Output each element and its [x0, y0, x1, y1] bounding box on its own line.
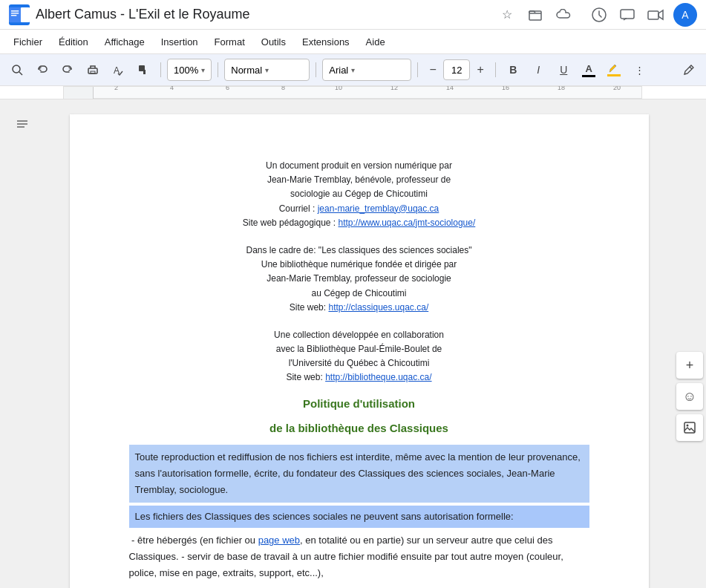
svg-point-8	[13, 65, 20, 73]
font-value: Arial	[329, 65, 348, 76]
style-arrow: ▾	[265, 66, 269, 74]
email-link[interactable]: jean-marie_tremblay@uqac.ca	[318, 203, 439, 214]
emoji-button[interactable]: ☺	[676, 383, 703, 410]
highlight-color-indicator	[607, 74, 621, 76]
classiques-line-4: au Cégep de Chicoutimi	[129, 287, 589, 301]
highlight-color-button[interactable]	[603, 59, 625, 81]
print-button[interactable]	[82, 59, 104, 81]
svg-rect-11	[91, 71, 95, 74]
undo-button[interactable]	[31, 59, 53, 81]
pedago-link[interactable]: http://www.uqac.ca/jmt-sociologue/	[339, 218, 476, 228]
ruler-inner: // ruler ticks rendered inline 2 4 6 8 1…	[63, 86, 642, 99]
cloud-icon[interactable]	[553, 4, 574, 25]
zoom-select[interactable]: 100% ▾	[167, 59, 212, 81]
classiques-line-5: Site web: http://classiques.uqac.ca/	[129, 301, 589, 315]
docs-logo-icon	[9, 4, 30, 25]
add-comment-button[interactable]: +	[676, 352, 703, 379]
menu-insertion[interactable]: Insertion	[154, 33, 206, 50]
svg-rect-6	[621, 10, 634, 19]
menu-outils[interactable]: Outils	[254, 33, 293, 50]
document-title: Albert Camus - L'Exil et le Royaume	[36, 7, 491, 22]
right-panel: + ☺	[673, 99, 706, 588]
intro-line-5: Site web pédagogique : http://www.uqac.c…	[129, 216, 589, 230]
pen-tool-button[interactable]	[678, 59, 700, 81]
underline-button[interactable]: U	[552, 59, 575, 81]
separator4	[417, 62, 418, 77]
search-button[interactable]	[6, 59, 28, 81]
classiques-line-3: Jean-Marie Tremblay, professeur de socio…	[129, 272, 589, 286]
menu-bar: Fichier Édition Affichage Insertion Form…	[0, 30, 706, 53]
separator3	[316, 62, 316, 77]
title-icons: ☆ A	[497, 3, 697, 27]
document-page: Un document produit en version numérique…	[70, 114, 649, 588]
image-button[interactable]	[676, 414, 703, 441]
text-color-button[interactable]: A	[578, 59, 600, 81]
classiques-line-1: Dans le cadre de: "Les classiques des sc…	[129, 244, 589, 258]
intro-line-1: Un document produit en version numérique…	[129, 159, 589, 173]
paint-format-button[interactable]	[132, 59, 154, 81]
title-bar: Albert Camus - L'Exil et le Royaume ☆ A	[0, 0, 706, 30]
selected-text: Toute reproduction et rediffusion de nos…	[135, 451, 581, 495]
star-icon[interactable]: ☆	[497, 4, 517, 25]
classiques-link[interactable]: http://classiques.uqac.ca/	[328, 302, 428, 313]
sidebar-left	[0, 99, 45, 588]
toolbar: A 100% ▾ Normal ▾ Arial ▾ − + B I U A ⋮	[0, 53, 706, 86]
bold-button[interactable]: B	[502, 59, 524, 81]
collection-line-4: Site web: http://bibliotheque.uqac.ca/	[129, 370, 589, 385]
svg-rect-15	[143, 70, 146, 71]
selected-paragraph[interactable]: Toute reproduction et rediffusion de nos…	[129, 445, 589, 503]
highlighted-line[interactable]: Les fichiers des Classiques des sciences…	[129, 506, 589, 528]
menu-affichage[interactable]: Affichage	[97, 33, 152, 50]
policy-title-2: de la bibliothèque des Classiques	[129, 422, 589, 434]
page-web-link[interactable]: page web	[258, 535, 300, 546]
font-arrow: ▾	[351, 66, 355, 74]
intro-section: Un document produit en version numérique…	[129, 159, 589, 230]
font-size-input[interactable]	[443, 59, 470, 80]
separator2	[218, 62, 218, 77]
comment-icon[interactable]	[617, 4, 638, 25]
more-options-button[interactable]: ⋮	[628, 59, 650, 81]
policy-title-1: Politique d'utilisation	[129, 397, 589, 410]
ruler: // ruler ticks rendered inline 2 4 6 8 1…	[0, 86, 706, 99]
classiques-line-2: Une bibliothèque numérique fondée et dir…	[129, 258, 589, 272]
italic-button[interactable]: I	[527, 59, 549, 81]
font-size-decrease-button[interactable]: −	[424, 61, 442, 79]
intro-line-3: sociologie au Cégep de Chicoutimi	[129, 187, 589, 201]
menu-aide[interactable]: Aide	[359, 33, 393, 50]
biblio-link[interactable]: http://bibliotheque.uqac.ca/	[325, 372, 431, 382]
font-size-increase-button[interactable]: +	[471, 61, 489, 79]
menu-edition[interactable]: Édition	[51, 33, 96, 50]
spell-check-button[interactable]: A	[107, 59, 129, 81]
collection-line-1: Une collection développée en collaborati…	[129, 328, 589, 342]
style-select[interactable]: Normal ▾	[224, 59, 310, 81]
classiques-section: Dans le cadre de: "Les classiques des sc…	[129, 244, 589, 315]
svg-rect-7	[648, 11, 658, 19]
outline-icon[interactable]	[11, 114, 33, 137]
page-wrapper: Un document produit en version numérique…	[45, 99, 673, 588]
text-color-indicator	[582, 75, 595, 77]
menu-extensions[interactable]: Extensions	[295, 33, 357, 50]
zoom-value: 100%	[174, 65, 198, 76]
redo-button[interactable]	[56, 59, 79, 81]
menu-fichier[interactable]: Fichier	[6, 33, 50, 50]
body-text-1: - être hébergés (en fichier ou page web,…	[129, 532, 589, 581]
avatar[interactable]: A	[673, 3, 697, 27]
svg-rect-3	[11, 15, 16, 16]
svg-rect-2	[11, 13, 19, 13]
font-size-area: − +	[424, 59, 489, 80]
menu-format[interactable]: Format	[207, 33, 252, 50]
collection-section: Une collection développée en collaborati…	[129, 328, 589, 385]
style-value: Normal	[231, 65, 262, 76]
history-icon[interactable]	[589, 4, 609, 25]
intro-line-2: Jean-Marie Tremblay, bénévole, professeu…	[129, 173, 589, 187]
font-select[interactable]: Arial ▾	[322, 59, 411, 81]
document-area: Un document produit en version numérique…	[0, 99, 706, 588]
svg-line-9	[19, 72, 22, 75]
separator	[160, 62, 161, 77]
svg-point-21	[687, 425, 689, 427]
collection-line-2: avec la Bibliothèque Paul-Émile-Boulet d…	[129, 342, 589, 356]
folder-icon[interactable]	[525, 4, 546, 25]
video-icon[interactable]	[645, 4, 666, 25]
zoom-arrow: ▾	[201, 66, 205, 74]
separator5	[495, 62, 496, 77]
